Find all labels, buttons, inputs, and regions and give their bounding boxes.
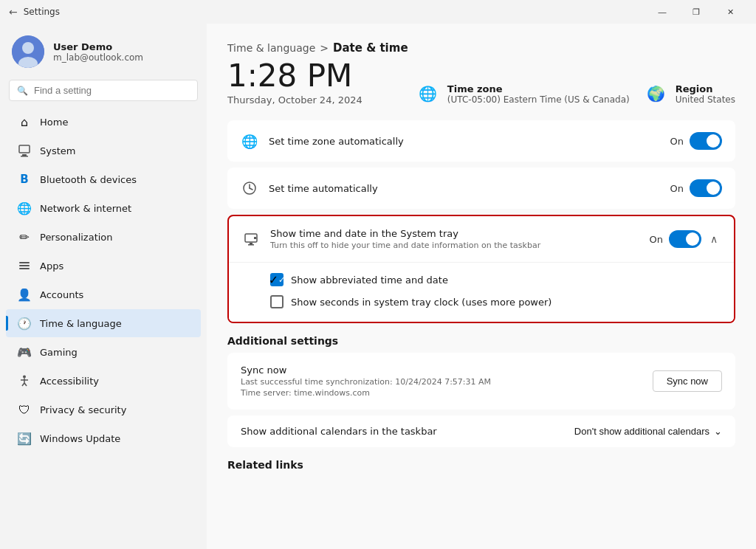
time-auto-card: Set time automatically On xyxy=(227,168,735,209)
title-bar-left: ← Settings xyxy=(9,6,60,18)
sidebar-item-home[interactable]: ⌂ Home xyxy=(6,108,201,136)
systray-toggle[interactable] xyxy=(669,230,701,248)
sidebar-item-apps[interactable]: Apps xyxy=(6,252,201,280)
timezone-auto-card: 🌐 Set time zone automatically On xyxy=(227,120,735,162)
additional-settings-title: Additional settings xyxy=(227,335,735,347)
sidebar-item-label: Privacy & security xyxy=(40,404,126,415)
system-icon xyxy=(18,144,31,157)
search-box[interactable]: 🔍 xyxy=(9,80,198,101)
gaming-icon: 🎮 xyxy=(18,345,31,359)
app-title: Settings xyxy=(24,7,60,17)
region-text: Region United States xyxy=(676,83,735,105)
sidebar-item-gaming[interactable]: 🎮 Gaming xyxy=(6,338,201,366)
systray-icon xyxy=(242,230,260,248)
search-input[interactable] xyxy=(34,85,190,96)
back-button[interactable]: ← xyxy=(9,6,18,18)
calendar-dropdown[interactable]: Don't show additional calendars ⌄ xyxy=(574,426,722,437)
sidebar-item-label: Apps xyxy=(40,260,63,272)
sidebar-item-system[interactable]: System xyxy=(6,137,201,165)
region-label: Region xyxy=(676,83,735,94)
breadcrumb-separator: > xyxy=(320,42,329,54)
privacy-icon: 🛡 xyxy=(18,403,31,416)
svg-rect-18 xyxy=(250,243,252,244)
maximize-button[interactable]: ❐ xyxy=(679,0,713,24)
accounts-icon: 👤 xyxy=(18,288,31,301)
sidebar-item-accessibility[interactable]: Accessibility xyxy=(6,367,201,395)
sync-card: Sync now Last successful time synchroniz… xyxy=(227,353,735,410)
systray-card: Show time and date in the System tray Tu… xyxy=(227,215,735,323)
time-auto-toggle[interactable] xyxy=(690,179,722,197)
systray-subtitle: Turn this off to hide your time and date… xyxy=(270,241,639,250)
timezone-auto-icon: 🌐 xyxy=(241,132,258,150)
sidebar-item-label: Time & language xyxy=(40,318,122,329)
show-seconds-label: Show seconds in system tray clock (uses … xyxy=(291,297,551,308)
time-auto-row: Set time automatically On xyxy=(227,168,735,209)
sync-now-button[interactable]: Sync now xyxy=(653,370,722,392)
show-abbreviated-label: Show abbreviated time and date xyxy=(291,274,448,286)
region-icon: 🌍 xyxy=(645,82,668,106)
breadcrumb-parent[interactable]: Time & language xyxy=(227,42,315,54)
time-auto-title: Set time automatically xyxy=(269,183,660,194)
show-seconds-row: Show seconds in system tray clock (uses … xyxy=(270,291,721,313)
svg-line-16 xyxy=(250,188,252,190)
timezone-label: Time zone xyxy=(447,83,630,94)
calendar-dropdown-chevron: ⌄ xyxy=(714,426,722,437)
sub-options: ✓ Show abbreviated time and date Show se… xyxy=(229,263,734,322)
sidebar-item-time-language[interactable]: 🕐 Time & language xyxy=(6,309,201,337)
sidebar-item-label: Accounts xyxy=(40,289,83,300)
svg-rect-19 xyxy=(248,244,254,246)
svg-rect-6 xyxy=(19,262,30,263)
title-bar: ← Settings — ❐ ✕ xyxy=(0,0,756,24)
breadcrumb-current: Date & time xyxy=(333,41,408,55)
svg-rect-7 xyxy=(19,265,30,266)
sidebar-item-network[interactable]: 🌐 Network & internet xyxy=(6,194,201,222)
sync-text: Sync now Last successful time synchroniz… xyxy=(241,365,642,398)
systray-title: Show time and date in the System tray xyxy=(270,228,639,239)
time-header: 1:28 PM Thursday, October 24, 2024 🌐 Tim… xyxy=(227,61,735,106)
sidebar-item-label: Bluetooth & devices xyxy=(40,174,137,185)
accessibility-icon xyxy=(18,374,31,387)
show-abbreviated-row: ✓ Show abbreviated time and date xyxy=(270,269,721,291)
region-card: 🌍 Region United States xyxy=(645,82,735,106)
region-value: United States xyxy=(676,94,735,105)
systray-row: Show time and date in the System tray Tu… xyxy=(229,216,734,263)
sidebar-item-windows-update[interactable]: 🔄 Windows Update xyxy=(6,424,201,452)
personalization-icon: ✏️ xyxy=(18,230,31,244)
date-display: Thursday, October 24, 2024 xyxy=(227,94,362,106)
sidebar-item-label: Windows Update xyxy=(40,433,120,444)
timezone-text: Time zone (UTC-05:00) Eastern Time (US &… xyxy=(447,83,630,105)
user-email: m_lab@outlook.com xyxy=(53,52,143,63)
sidebar-item-accounts[interactable]: 👤 Accounts xyxy=(6,280,201,308)
timezone-auto-toggle[interactable] xyxy=(690,132,722,150)
sidebar-item-privacy[interactable]: 🛡 Privacy & security xyxy=(6,396,201,424)
time-auto-icon xyxy=(241,179,258,197)
timezone-value: (UTC-05:00) Eastern Time (US & Canada) xyxy=(447,94,630,105)
svg-line-13 xyxy=(24,383,27,386)
sync-title: Sync now xyxy=(241,365,642,376)
sidebar-item-personalization[interactable]: ✏️ Personalization xyxy=(6,223,201,251)
systray-text: Show time and date in the System tray Tu… xyxy=(270,228,639,250)
systray-toggle-area: On ∧ xyxy=(650,230,721,248)
calendar-row: Show additional calendars in the taskbar… xyxy=(227,415,735,447)
timezone-auto-row: 🌐 Set time zone automatically On xyxy=(227,120,735,162)
systray-chevron[interactable]: ∧ xyxy=(707,230,721,248)
timezone-card: 🌐 Time zone (UTC-05:00) Eastern Time (US… xyxy=(416,82,630,106)
home-icon: ⌂ xyxy=(18,115,31,128)
minimize-button[interactable]: — xyxy=(645,0,679,24)
time-auto-toggle-label: On xyxy=(670,183,684,194)
app-body: User Demo m_lab@outlook.com 🔍 ⌂ Home Sys… xyxy=(0,24,756,549)
time-auto-toggle-area: On xyxy=(670,179,722,197)
svg-rect-4 xyxy=(22,154,27,156)
user-profile: User Demo m_lab@outlook.com xyxy=(0,24,207,77)
user-info: User Demo m_lab@outlook.com xyxy=(53,41,143,63)
show-abbreviated-checkbox[interactable]: ✓ xyxy=(270,273,284,286)
close-button[interactable]: ✕ xyxy=(713,0,747,24)
sidebar-item-label: Network & internet xyxy=(40,203,131,214)
timezone-auto-toggle-area: On xyxy=(670,132,722,150)
show-seconds-checkbox[interactable] xyxy=(270,295,284,308)
breadcrumb: Time & language > Date & time xyxy=(227,41,735,55)
sidebar-item-bluetooth[interactable]: B Bluetooth & devices xyxy=(6,165,201,193)
svg-rect-5 xyxy=(21,156,28,157)
main-content: Time & language > Date & time 1:28 PM Th… xyxy=(207,24,756,549)
user-name: User Demo xyxy=(53,41,143,52)
